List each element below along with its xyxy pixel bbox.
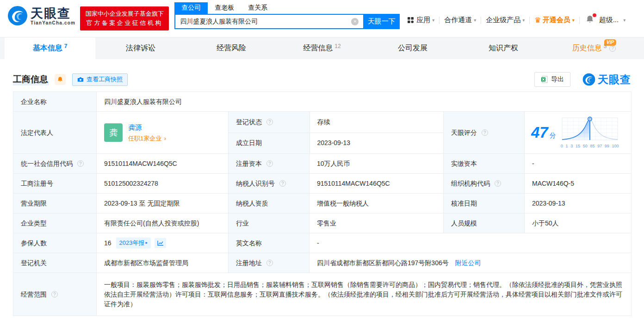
crown-icon: ♛	[534, 16, 541, 24]
field-label: 参保人数	[21, 239, 47, 247]
legal-rep-positions-link[interactable]: 任职1家企业 ›	[128, 134, 166, 143]
annual-report-badge[interactable]: 2023年报 ▸	[116, 237, 151, 249]
value-org-code: MACW146Q-5	[525, 174, 632, 194]
help-icon[interactable]: ?	[266, 260, 273, 266]
tab-count: 7	[64, 43, 68, 49]
nav-apps[interactable]: 应用 ▾	[407, 16, 434, 24]
search-input[interactable]	[180, 18, 351, 25]
score-chart-tick: 100	[612, 143, 619, 150]
gov-badge-line1: 国家中小企业发展子基金旗下	[84, 9, 165, 18]
label-reg-authority: 登记机关	[13, 253, 97, 273]
nav-cooperation-label: 合作通道	[444, 16, 472, 24]
help-icon[interactable]: ?	[77, 160, 84, 167]
legal-rep-name-link[interactable]: 龚源	[128, 122, 166, 133]
help-icon[interactable]: ?	[51, 291, 58, 298]
value-reg-status: 存续	[310, 112, 443, 133]
tab-label: 知识产权	[489, 43, 518, 53]
value-reg-address: 四川省成都市新都区新都同心路197号附306号 附近公司	[310, 253, 632, 273]
value-industry: 零售业	[310, 213, 444, 233]
help-icon[interactable]: ?	[609, 45, 616, 52]
value-legal-rep: 龚 龚源 任职1家企业 ›	[97, 112, 229, 154]
help-icon[interactable]: ?	[482, 129, 488, 136]
field-label: 工商注册号	[21, 180, 53, 187]
subscribe-bell-button[interactable]	[55, 74, 66, 85]
top-nav: 应用 ▾ 合作通道 ▾ 企业级产品 ▾ ♛ 开通会员 ▾ 超级...	[407, 15, 625, 25]
value-business-term: 2023-09-13 至 无固定期限	[97, 194, 229, 213]
field-label: 核准日期	[451, 200, 477, 207]
nav-divider	[579, 17, 580, 24]
value-establish-date: 2023-09-13	[310, 133, 443, 153]
tab-label: 基本信息	[33, 43, 62, 53]
tab-basic-info[interactable]: 基本信息 7	[5, 37, 95, 59]
label-legal-rep: 法定代表人	[13, 112, 97, 154]
chevron-down-icon: ▾	[572, 18, 575, 23]
field-label: 成立日期	[236, 139, 262, 146]
label-reg-status: 登记状态 ?	[229, 112, 310, 133]
nav-divider	[439, 17, 440, 24]
label-org-code: 组织机构代码 ?	[444, 174, 525, 194]
help-icon[interactable]: ?	[266, 160, 273, 167]
tab-operation-risk[interactable]: 经营风险	[186, 37, 277, 59]
apps-grid-icon	[407, 17, 414, 24]
field-label: 登记状态	[236, 118, 262, 126]
tab-label: 法律诉讼	[126, 43, 155, 53]
nav-cooperation[interactable]: 合作通道 ▾	[444, 16, 476, 24]
logo-domain: TianYanCha.com	[31, 20, 75, 25]
tab-business-info[interactable]: 经营信息 12	[277, 37, 367, 59]
score-chart-ticks: 0131550859799100	[560, 143, 619, 150]
business-info-table: 企业名称 四川盛夏浪人服装有限公司 法定代表人 龚 龚源 任职1家企业 ›	[13, 91, 632, 316]
value-credit-code: 91510114MACW146Q5C	[97, 154, 229, 174]
export-button[interactable]: 导出	[534, 72, 570, 87]
label-staff-size: 人员规模	[444, 213, 525, 233]
nav-vip-label: 开通会员	[543, 16, 570, 24]
chevron-right-icon: ›	[164, 135, 166, 142]
search-tab-boss[interactable]: 查老板	[208, 2, 241, 14]
logo-swirl-icon	[7, 6, 28, 26]
search-tab-company[interactable]: 查公司	[174, 2, 208, 14]
label-paid-capital: 实缴资本	[444, 154, 525, 174]
search-button[interactable]: 天眼一下	[363, 14, 400, 29]
help-icon[interactable]: ?	[266, 119, 273, 125]
tab-legal-proceedings[interactable]: 法律诉讼	[95, 37, 186, 59]
label-approval-date: 核准日期	[444, 194, 525, 213]
legal-rep-avatar[interactable]: 龚	[104, 123, 123, 142]
clear-search-icon[interactable]: ×	[351, 18, 359, 25]
score-distribution-curve	[560, 116, 619, 143]
tianyancha-logo[interactable]: 天眼查 TianYanCha.com	[7, 6, 75, 26]
insured-trend-button[interactable]	[155, 238, 166, 248]
value-staff-size: 小于50人	[525, 213, 632, 233]
notifications-button[interactable]	[585, 15, 594, 25]
value-taxpayer-quality: 增值税一般纳税人	[310, 194, 444, 213]
tab-history-info[interactable]: VIP 历史信息 3 ?	[549, 37, 639, 59]
label-reg-capital: 注册资本 ?	[229, 154, 310, 174]
tianyan-score-chart[interactable]: 0131550859799100	[560, 116, 619, 150]
tab-count: 12	[334, 43, 341, 49]
watermark-logo: 天眼查	[582, 73, 631, 87]
nearby-companies-link[interactable]: 附近公司	[455, 259, 481, 267]
help-icon[interactable]: ?	[279, 180, 286, 187]
field-label: 天眼评分	[451, 129, 477, 136]
tab-label: 历史信息	[572, 43, 602, 53]
field-label: 法定代表人	[21, 129, 53, 136]
nav-open-vip[interactable]: ♛ 开通会员 ▾	[534, 16, 574, 24]
tab-company-development[interactable]: 公司发展	[367, 37, 458, 59]
tab-label: 经营风险	[217, 43, 246, 53]
field-label: 经营范围	[21, 291, 47, 298]
nav-enterprise-products[interactable]: 企业级产品 ▾	[486, 16, 525, 24]
help-icon[interactable]: ?	[495, 180, 501, 187]
snapshot-button[interactable]: 查看工商快照	[72, 73, 128, 86]
nav-divider	[529, 17, 530, 24]
triangle-right-icon: ▸	[146, 240, 148, 246]
value-company-name: 四川盛夏浪人服装有限公司	[97, 92, 632, 112]
score-chart-tick: 85	[590, 143, 594, 150]
score-unit: 分	[550, 132, 556, 139]
nav-user-menu[interactable]: 超级... ▾	[599, 16, 626, 24]
value-taxpayer-id: 91510114MACW146Q5C	[310, 174, 444, 194]
line-chart-icon	[157, 240, 164, 246]
score-chart-tick: 0	[561, 143, 563, 150]
value-reg-capital: 10万人民币	[310, 154, 444, 174]
value-approval-date: 2023-09-13	[525, 194, 632, 213]
search-tabs: 查公司 查老板 查关系	[174, 2, 400, 14]
tab-intellectual-property[interactable]: 知识产权	[458, 37, 549, 59]
search-tab-relation[interactable]: 查关系	[241, 2, 274, 14]
